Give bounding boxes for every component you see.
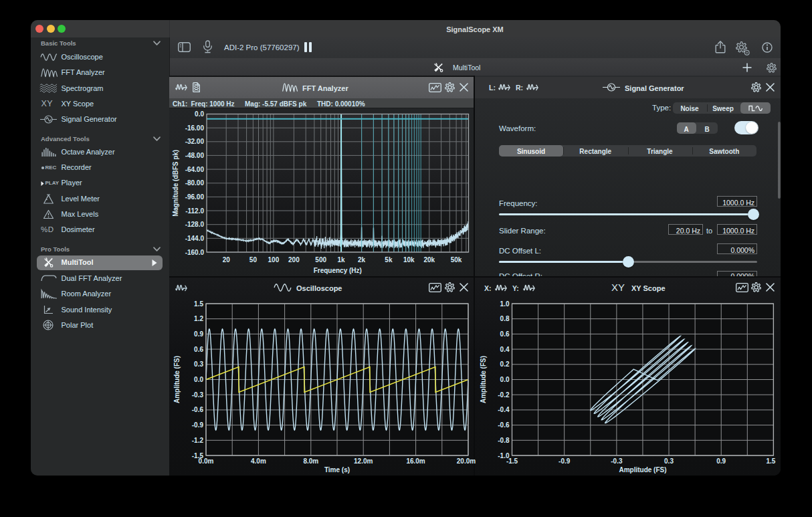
svg-text:-0.4: -0.4	[498, 406, 510, 413]
svg-text:10k: 10k	[403, 256, 415, 264]
svg-text:50k: 50k	[451, 256, 462, 264]
svg-text:Frequency (Hz): Frequency (Hz)	[314, 267, 362, 274]
svg-text:-0.8: -0.8	[498, 437, 510, 444]
svg-text:0.6: 0.6	[194, 346, 203, 353]
svg-text:20k: 20k	[423, 256, 435, 264]
svg-text:200: 200	[288, 256, 300, 264]
svg-text:-0.9: -0.9	[192, 421, 204, 429]
svg-text:0.3: 0.3	[664, 457, 674, 465]
svg-text:-64.00: -64.00	[185, 166, 205, 173]
svg-text:-0.3: -0.3	[192, 391, 204, 399]
svg-text:Magnitude (dBFS pk): Magnitude (dBFS pk)	[172, 150, 179, 217]
svg-text:-0.9: -0.9	[559, 457, 571, 465]
svg-text:-1.2: -1.2	[192, 437, 204, 444]
svg-text:Amplitude (FS): Amplitude (FS)	[619, 466, 666, 474]
svg-text:0.0: 0.0	[500, 376, 510, 383]
svg-text:-1.5: -1.5	[506, 457, 518, 465]
svg-text:0.6: 0.6	[500, 330, 510, 338]
svg-text:-160.0: -160.0	[185, 249, 205, 256]
svg-text:-0.6: -0.6	[192, 406, 204, 413]
svg-text:0.2: 0.2	[500, 360, 510, 368]
svg-text:-48.00: -48.00	[185, 152, 205, 159]
svg-text:-112.0: -112.0	[185, 207, 204, 215]
svg-text:50: 50	[249, 256, 258, 264]
svg-text:16.0m: 16.0m	[406, 457, 425, 465]
svg-text:0.0: 0.0	[194, 376, 203, 383]
svg-text:Amplitude (FS): Amplitude (FS)	[480, 356, 487, 403]
svg-text:-128.0: -128.0	[185, 221, 205, 228]
svg-text:2k: 2k	[358, 256, 366, 264]
svg-text:0.9: 0.9	[194, 330, 203, 338]
svg-text:5k: 5k	[385, 256, 393, 264]
svg-text:500: 500	[315, 256, 326, 264]
svg-text:20: 20	[223, 256, 231, 264]
svg-text:-144.0: -144.0	[185, 235, 205, 242]
svg-text:12.0m: 12.0m	[354, 457, 373, 465]
svg-text:-16.00: -16.00	[185, 124, 205, 132]
svg-text:Amplitude (FS): Amplitude (FS)	[173, 356, 181, 403]
svg-text:1.0: 1.0	[500, 300, 510, 308]
svg-text:0.3: 0.3	[194, 360, 203, 368]
svg-text:1.5: 1.5	[194, 300, 203, 308]
svg-text:0.0m: 0.0m	[199, 457, 214, 465]
svg-text:0.8: 0.8	[500, 315, 510, 322]
svg-text:4.0m: 4.0m	[251, 457, 266, 465]
svg-text:-80.00: -80.00	[185, 179, 205, 187]
svg-text:Time (s): Time (s)	[324, 466, 350, 474]
svg-text:0.0: 0.0	[195, 110, 204, 118]
svg-text:8.0m: 8.0m	[303, 457, 318, 465]
svg-text:-32.00: -32.00	[185, 138, 205, 145]
svg-text:1.5: 1.5	[766, 457, 775, 465]
svg-text:1k: 1k	[338, 256, 346, 264]
svg-text:-0.6: -0.6	[498, 421, 510, 429]
svg-text:-0.3: -0.3	[611, 457, 623, 465]
svg-text:20.0m: 20.0m	[457, 457, 476, 465]
svg-text:100: 100	[268, 256, 280, 264]
svg-text:-0.2: -0.2	[498, 391, 510, 399]
svg-text:0.4: 0.4	[500, 346, 510, 353]
svg-text:-96.00: -96.00	[185, 193, 205, 201]
svg-text:0.9: 0.9	[716, 457, 726, 465]
svg-text:1.2: 1.2	[194, 315, 203, 322]
